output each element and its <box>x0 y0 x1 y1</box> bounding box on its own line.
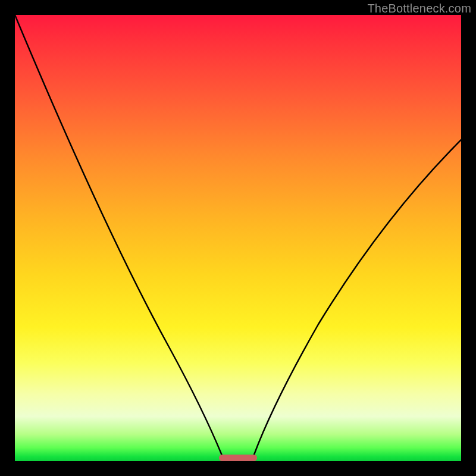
trough-marker <box>219 455 257 461</box>
gradient-background <box>15 15 461 461</box>
watermark-text: TheBottleneck.com <box>367 2 471 15</box>
chart-frame: TheBottleneck.com <box>0 0 476 476</box>
plot-area <box>15 15 461 461</box>
